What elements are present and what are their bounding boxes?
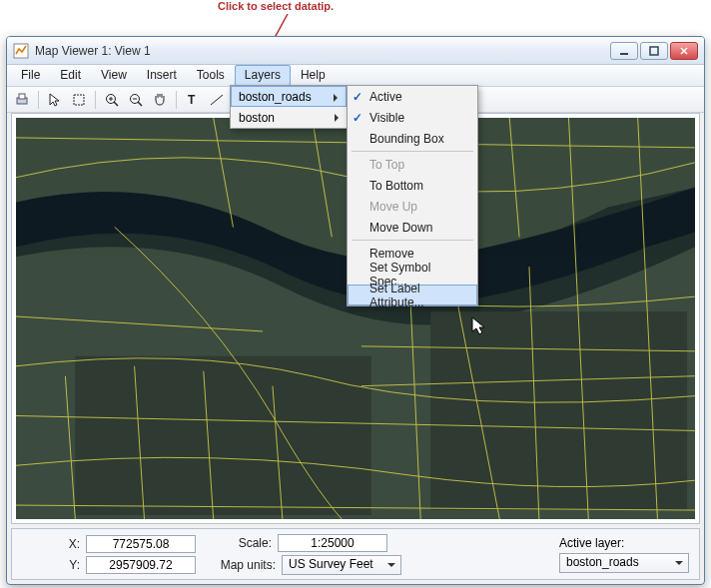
cm-set-label-attribute[interactable]: Set Label Attribute... [348, 285, 477, 305]
scale-value[interactable]: 1:25000 [278, 534, 387, 552]
menu-file[interactable]: File [11, 65, 50, 86]
scale-label: Scale: [214, 536, 272, 550]
menu-layers[interactable]: Layers [235, 65, 291, 86]
submenu-label: boston [239, 111, 275, 125]
cm-active[interactable]: ✓Active [348, 86, 477, 107]
svg-rect-4 [650, 47, 658, 55]
menu-edit[interactable]: Edit [50, 65, 91, 86]
marquee-icon[interactable] [68, 89, 90, 111]
submenu-label: boston_roads [239, 90, 312, 104]
check-icon: ✓ [353, 90, 362, 104]
submenu-item-boston-roads[interactable]: boston_roads [231, 86, 347, 107]
mapunits-combo[interactable]: US Survey Feet [282, 555, 401, 575]
cm-visible[interactable]: ✓Visible [348, 107, 477, 128]
pan-icon[interactable] [149, 89, 171, 111]
print-icon[interactable] [11, 89, 33, 111]
cm-bounding-box[interactable]: Bounding Box [348, 128, 477, 149]
menu-insert[interactable]: Insert [137, 65, 187, 86]
layers-submenu: boston_roads boston [230, 85, 348, 129]
activelayer-label: Active layer: [559, 536, 624, 550]
annotation-text: Click to select datatip. [218, 0, 334, 12]
submenu-arrow-icon [334, 94, 342, 102]
cm-separator [352, 240, 473, 241]
cm-move-down[interactable]: Move Down [348, 217, 477, 238]
zoom-out-icon[interactable] [125, 89, 147, 111]
maximize-button[interactable] [640, 42, 668, 60]
app-icon [13, 43, 29, 59]
svg-rect-3 [620, 53, 628, 55]
svg-text:T: T [188, 93, 196, 107]
text-icon[interactable]: T [182, 89, 204, 111]
window-title: Map Viewer 1: View 1 [35, 44, 610, 58]
menubar: File Edit View Insert Tools Layers Help [7, 65, 704, 87]
close-button[interactable] [670, 42, 698, 60]
line-icon[interactable] [206, 89, 228, 111]
cm-to-top: To Top [348, 154, 477, 175]
y-value: 2957909.72 [86, 556, 196, 574]
cm-to-bottom[interactable]: To Bottom [348, 175, 477, 196]
zoom-in-icon[interactable] [101, 89, 123, 111]
submenu-arrow-icon [335, 114, 343, 122]
statusbar: X: 772575.08 Y: 2957909.72 Scale: 1:2500… [11, 528, 700, 580]
cm-separator [352, 151, 473, 152]
menu-tools[interactable]: Tools [187, 65, 235, 86]
minimize-button[interactable] [610, 42, 638, 60]
mapunits-label: Map units: [214, 558, 276, 572]
y-label: Y: [22, 558, 80, 572]
svg-rect-6 [19, 94, 25, 99]
svg-rect-7 [74, 95, 84, 105]
menu-help[interactable]: Help [291, 65, 336, 86]
x-value: 772575.08 [86, 535, 196, 553]
titlebar[interactable]: Map Viewer 1: View 1 [7, 37, 704, 65]
cm-move-up: Move Up [348, 196, 477, 217]
activelayer-combo[interactable]: boston_roads [559, 553, 689, 573]
layer-context-menu: ✓Active ✓Visible Bounding Box To Top To … [347, 85, 478, 306]
x-label: X: [22, 537, 80, 551]
pointer-icon[interactable] [44, 89, 66, 111]
submenu-item-boston[interactable]: boston [231, 107, 347, 128]
menu-view[interactable]: View [91, 65, 137, 86]
check-icon: ✓ [353, 111, 362, 125]
